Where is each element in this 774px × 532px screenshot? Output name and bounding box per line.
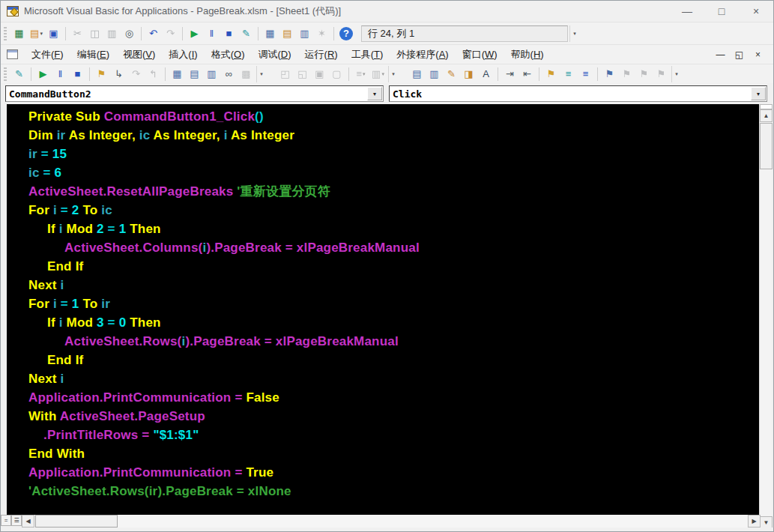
view-excel-icon[interactable]: ▦ [11,25,27,41]
code-line-5[interactable]: ActiveSheet.ResetAllPageBreaks '重新设置分页符 [7,182,761,201]
dropdown-caret-icon[interactable]: ▾ [40,31,43,36]
immediate-window-icon[interactable]: ▤ [187,66,202,82]
code-token: "$1:$1" [153,428,199,442]
procedure-view-button[interactable]: = [1,515,11,526]
outdent-icon[interactable]: ⇤ [519,66,535,82]
dropdown-caret-icon[interactable]: ▾ [381,71,384,76]
menu-tools[interactable]: 工具(T) [345,45,390,64]
mdi-close-button[interactable]: × [749,47,767,62]
toggle-breakpoint-edit-icon[interactable]: ⚑ [543,66,559,82]
menu-help[interactable]: 帮助(H) [504,45,551,64]
uncomment-block-icon[interactable]: ≡ [578,66,593,82]
run-sub-icon[interactable]: ▶ [187,25,202,41]
code-line-8[interactable]: ActiveSheet.Columns(i).PageBreak = xlPag… [7,238,761,257]
indent-icon[interactable]: ⇥ [502,66,518,82]
code-line-14[interactable]: End If [7,351,761,369]
quick-info-icon[interactable]: ✎ [444,66,459,82]
scroll-left-icon[interactable]: ◀ [22,515,34,528]
toolbar-options-chevron-icon[interactable]: ▾ [256,66,266,82]
vertical-scrollbar-thumb[interactable] [760,123,773,169]
maximize-button[interactable]: □ [704,1,739,22]
split-box[interactable] [760,104,773,109]
minimize-button[interactable]: — [670,1,704,22]
list-constants-icon[interactable]: ▥ [426,66,442,82]
scroll-up-icon[interactable]: ▲ [760,109,773,122]
quick-watch-icon[interactable]: ∞ [221,66,237,82]
help-icon[interactable]: ? [339,27,353,40]
menu-debug[interactable]: 调试(D) [251,45,297,64]
toolbar-options-chevron-icon[interactable]: ▾ [388,66,398,82]
menu-window[interactable]: 窗口(W) [456,45,504,64]
properties-window-icon[interactable]: ▤ [279,25,295,41]
menu-insert[interactable]: 插入(I) [162,45,204,64]
code-editor[interactable]: Private Sub CommandButton1_Click()Dim ir… [7,104,761,515]
vertical-scrollbar[interactable]: ▲ ▼ [759,104,772,529]
horizontal-scrollbar[interactable]: ◀ ▶ [22,515,761,528]
reset-icon[interactable]: ■ [70,66,85,82]
menu-edit[interactable]: 编辑(E) [70,45,116,64]
toggle-bookmark-icon[interactable]: ⚑ [602,66,617,82]
dropdown-caret-icon[interactable]: ▾ [363,71,366,76]
code-token: Then [130,315,160,330]
break-icon[interactable]: ‖ [52,66,68,82]
dropdown-arrow-icon[interactable]: ▾ [367,87,382,100]
toolbar-options-chevron-icon[interactable]: ▾ [671,66,681,82]
procedure-combobox[interactable]: Click ▾ [389,85,767,102]
code-line-16[interactable]: Application.PrintCommunication = False [7,388,761,407]
object-combobox[interactable]: CommandButton2 ▾ [5,85,384,102]
dropdown-arrow-icon[interactable]: ▾ [751,87,766,100]
menu-view[interactable]: 视图(V) [116,45,162,64]
code-line-3[interactable]: ir = 15 [7,145,761,163]
code-line-21[interactable]: 'ActiveSheet.Rows(ir).PageBreak = xlNone [7,482,761,501]
menu-format[interactable]: 格式(O) [205,45,252,64]
list-properties-icon[interactable]: ▤ [409,66,425,82]
code-line-20[interactable]: Application.PrintCommunication = True [7,463,761,482]
code-line-12[interactable]: If i Mod 3 = 0 Then [7,313,761,332]
toolbar-grip[interactable] [4,67,7,81]
menu-run[interactable]: 运行(R) [298,45,345,64]
code-token: ActiveSheet.PageSetup [60,409,205,423]
watch-window-icon[interactable]: ▥ [204,66,220,82]
parameter-info-icon[interactable]: ◨ [461,66,477,82]
save-icon[interactable]: ▣ [46,25,61,41]
mdi-restore-button[interactable]: ◱ [730,47,749,62]
step-into-icon[interactable]: ↳ [111,66,127,82]
undo-icon[interactable]: ↶ [145,25,161,41]
code-line-11[interactable]: For i = 1 To ir [7,294,761,313]
scroll-right-icon[interactable]: ▶ [748,515,761,528]
code-line-1[interactable]: Private Sub CommandButton1_Click() [7,107,761,126]
code-line-6[interactable]: For i = 2 To ic [7,201,761,220]
toolbar-options-chevron-icon[interactable]: ▾ [569,25,579,42]
full-module-view-button[interactable]: ☰ [11,515,22,526]
mdi-minimize-button[interactable]: — [711,47,730,62]
design-mode-icon[interactable]: ✎ [238,25,254,41]
find-icon[interactable]: ◎ [121,25,137,41]
code-token: ic [28,166,43,180]
comment-block-icon[interactable]: ≡ [560,66,576,82]
object-browser-icon[interactable]: ▥ [297,25,312,41]
project-explorer-icon[interactable]: ▦ [262,25,278,41]
code-line-9[interactable]: End If [7,257,761,276]
code-line-18[interactable]: .PrintTitleRows = "$1:$1" [7,426,761,444]
code-line-15[interactable]: Next i [7,369,761,388]
toolbar-grip[interactable] [4,27,7,40]
close-button[interactable]: × [739,1,773,22]
reset-icon[interactable]: ■ [221,25,237,41]
complete-word-icon[interactable]: A [478,66,494,82]
break-icon[interactable]: ‖ [204,25,220,41]
design-mode-icon[interactable]: ✎ [11,66,27,82]
code-line-4[interactable]: ic = 6 [7,163,761,182]
code-line-7[interactable]: If i Mod 2 = 1 Then [7,220,761,238]
code-line-17[interactable]: With ActiveSheet.PageSetup [7,407,761,426]
insert-userform-icon[interactable]: ▤▾ [28,25,44,41]
horizontal-scrollbar-thumb[interactable] [35,515,118,528]
toggle-breakpoint-icon[interactable]: ⚑ [94,66,109,82]
run-sub-icon[interactable]: ▶ [35,66,51,82]
menu-file[interactable]: 文件(F) [25,45,70,64]
locals-window-icon[interactable]: ▦ [169,66,185,82]
code-line-2[interactable]: Dim ir As Integer, ic As Integer, i As I… [7,126,761,145]
menu-addins[interactable]: 外接程序(A) [390,45,455,64]
code-line-19[interactable]: End With [7,444,761,463]
code-line-13[interactable]: ActiveSheet.Rows(i).PageBreak = xlPageBr… [7,332,761,351]
code-line-10[interactable]: Next i [7,276,761,294]
